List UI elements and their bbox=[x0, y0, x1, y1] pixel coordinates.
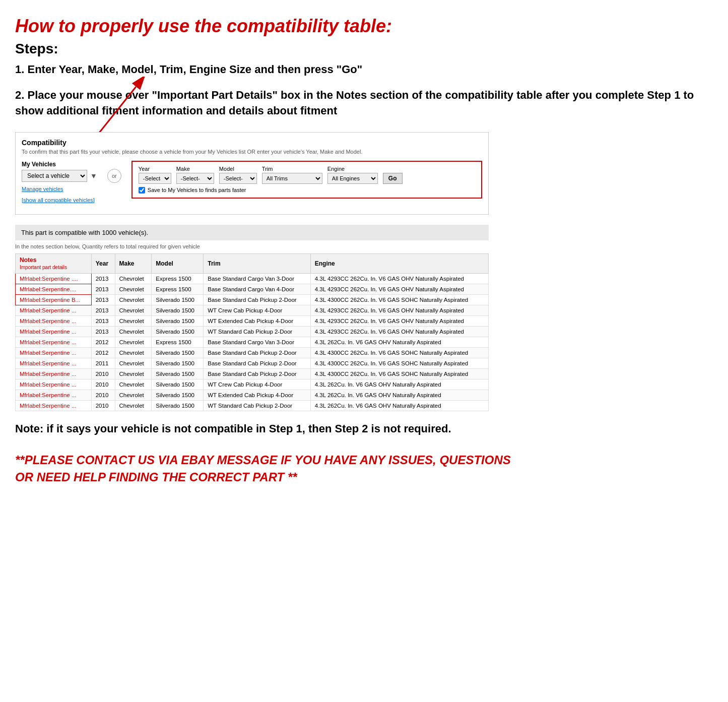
year-label: Year bbox=[139, 166, 171, 172]
year-select[interactable]: -Select- bbox=[139, 173, 171, 184]
trim-cell: Base Standard Cab Pickup 2-Door bbox=[204, 358, 311, 368]
go-button[interactable]: Go bbox=[383, 173, 403, 184]
compatible-count-bar: This part is compatible with 1000 vehicl… bbox=[15, 225, 489, 240]
model-cell: Express 1500 bbox=[152, 273, 204, 284]
year-cell: 2011 bbox=[91, 358, 115, 368]
model-cell: Silverado 1500 bbox=[152, 400, 204, 411]
table-row: Mfrlabel:Serpentine ...2010ChevroletSilv… bbox=[16, 368, 489, 379]
trim-select[interactable]: All Trims bbox=[262, 173, 322, 184]
model-cell: Silverado 1500 bbox=[152, 326, 204, 337]
engine-cell: 4.3L 262Cu. In. V6 GAS OHV Naturally Asp… bbox=[310, 400, 488, 411]
engine-cell: 4.3L 4293CC 262Cu. In. V6 GAS OHV Natura… bbox=[310, 315, 488, 326]
engine-select[interactable]: All Engines bbox=[327, 173, 378, 184]
engine-cell: 4.3L 4300CC 262Cu. In. V6 GAS SOHC Natur… bbox=[310, 347, 488, 358]
col-header-engine: Engine bbox=[310, 253, 488, 273]
notes-cell: Mfrlabel:Serpentine ... bbox=[16, 347, 92, 358]
my-vehicles-section: My Vehicles Select a vehicle ▼ Manage ve… bbox=[22, 161, 97, 203]
notes-cell: Mfrlabel:Serpentine ... bbox=[16, 315, 92, 326]
trim-cell: WT Extended Cab Pickup 4-Door bbox=[204, 390, 311, 400]
make-cell: Chevrolet bbox=[115, 368, 152, 379]
notes-cell: Mfrlabel:Serpentine ... bbox=[16, 390, 92, 400]
trim-cell: Base Standard Cargo Van 3-Door bbox=[204, 337, 311, 347]
show-compatible-link[interactable]: [show all compatible vehicles] bbox=[22, 197, 97, 203]
manage-vehicles-link[interactable]: Manage vehicles bbox=[22, 186, 97, 192]
engine-field: Engine All Engines bbox=[327, 166, 378, 184]
note-section-text: Note: if it says your vehicle is not com… bbox=[15, 421, 519, 437]
year-cell: 2013 bbox=[91, 315, 115, 326]
model-cell: Silverado 1500 bbox=[152, 294, 204, 305]
table-row: Mfrlabel:Serpentine ...2012ChevroletExpr… bbox=[16, 337, 489, 347]
year-cell: 2010 bbox=[91, 400, 115, 411]
dropdown-arrow-icon: ▼ bbox=[90, 172, 97, 180]
engine-cell: 4.3L 4293CC 262Cu. In. V6 GAS OHV Natura… bbox=[310, 326, 488, 337]
col-header-notes: Notes Important part details bbox=[16, 253, 92, 273]
col-header-trim: Trim bbox=[204, 253, 311, 273]
year-cell: 2013 bbox=[91, 294, 115, 305]
main-title: How to properly use the compatibility ta… bbox=[15, 15, 713, 37]
table-row: Mfrlabel:Serpentine ...2010ChevroletSilv… bbox=[16, 390, 489, 400]
model-label: Model bbox=[219, 166, 257, 172]
engine-label: Engine bbox=[327, 166, 378, 172]
table-row: Mfrlabel:Serpentine ...2012ChevroletSilv… bbox=[16, 347, 489, 358]
make-cell: Chevrolet bbox=[115, 347, 152, 358]
compatibility-box: Compatibility To confirm that this part … bbox=[15, 132, 489, 215]
year-cell: 2012 bbox=[91, 347, 115, 358]
make-cell: Chevrolet bbox=[115, 379, 152, 390]
year-cell: 2010 bbox=[91, 368, 115, 379]
make-cell: Chevrolet bbox=[115, 305, 152, 315]
table-row: Mfrlabel:Serpentine ...2013ChevroletSilv… bbox=[16, 326, 489, 337]
year-cell: 2010 bbox=[91, 390, 115, 400]
make-cell: Chevrolet bbox=[115, 337, 152, 347]
engine-cell: 4.3L 262Cu. In. V6 GAS OHV Naturally Asp… bbox=[310, 379, 488, 390]
engine-cell: 4.3L 4293CC 262Cu. In. V6 GAS OHV Natura… bbox=[310, 284, 488, 294]
table-row: Mfrlabel:Serpentine ...2011ChevroletSilv… bbox=[16, 358, 489, 368]
save-checkbox-row: Save to My Vehicles to finds parts faste… bbox=[139, 187, 475, 194]
engine-cell: 4.3L 4293CC 262Cu. In. V6 GAS OHV Natura… bbox=[310, 305, 488, 315]
make-cell: Chevrolet bbox=[115, 358, 152, 368]
compat-controls: My Vehicles Select a vehicle ▼ Manage ve… bbox=[22, 161, 482, 203]
year-field: Year -Select- bbox=[139, 166, 171, 184]
model-cell: Silverado 1500 bbox=[152, 358, 204, 368]
save-checkbox-label: Save to My Vehicles to finds parts faste… bbox=[148, 187, 246, 193]
vehicle-select-row: Select a vehicle ▼ bbox=[22, 170, 97, 182]
trim-cell: WT Standard Cab Pickup 2-Door bbox=[204, 400, 311, 411]
notes-subtitle: Important part details bbox=[20, 265, 67, 270]
steps-heading: Steps: bbox=[15, 41, 713, 57]
make-select[interactable]: -Select- bbox=[176, 173, 214, 184]
col-header-make: Make bbox=[115, 253, 152, 273]
engine-cell: 4.3L 262Cu. In. V6 GAS OHV Naturally Asp… bbox=[310, 390, 488, 400]
engine-cell: 4.3L 4300CC 262Cu. In. V6 GAS SOHC Natur… bbox=[310, 358, 488, 368]
notes-cell: Mfrlabel:Serpentine.... bbox=[16, 284, 92, 294]
notes-cell: Mfrlabel:Serpentine B... bbox=[16, 294, 92, 305]
trim-field: Trim All Trims bbox=[262, 166, 322, 184]
make-cell: Chevrolet bbox=[115, 390, 152, 400]
make-cell: Chevrolet bbox=[115, 284, 152, 294]
year-cell: 2012 bbox=[91, 337, 115, 347]
model-field: Model -Select- bbox=[219, 166, 257, 184]
model-cell: Silverado 1500 bbox=[152, 315, 204, 326]
model-cell: Express 1500 bbox=[152, 284, 204, 294]
save-vehicles-checkbox[interactable] bbox=[139, 187, 145, 194]
compat-title: Compatibility bbox=[22, 139, 482, 147]
notes-cell: Mfrlabel:Serpentine ... bbox=[16, 326, 92, 337]
year-cell: 2010 bbox=[91, 379, 115, 390]
engine-cell: 4.3L 262Cu. In. V6 GAS OHV Naturally Asp… bbox=[310, 337, 488, 347]
trim-cell: WT Crew Cab Pickup 4-Door bbox=[204, 379, 311, 390]
table-row: Mfrlabel:Serpentine ...2013ChevroletSilv… bbox=[16, 315, 489, 326]
make-cell: Chevrolet bbox=[115, 326, 152, 337]
table-row: Mfrlabel:Serpentine....2013ChevroletExpr… bbox=[16, 284, 489, 294]
model-cell: Silverado 1500 bbox=[152, 305, 204, 315]
contact-text: **PLEASE CONTACT US VIA EBAY MESSAGE IF … bbox=[15, 452, 519, 485]
engine-cell: 4.3L 4293CC 262Cu. In. V6 GAS OHV Natura… bbox=[310, 273, 488, 284]
trim-cell: WT Standard Cab Pickup 2-Door bbox=[204, 326, 311, 337]
my-vehicles-label: My Vehicles bbox=[22, 161, 97, 168]
trim-cell: Base Standard Cargo Van 4-Door bbox=[204, 284, 311, 294]
compatibility-section: Compatibility To confirm that this part … bbox=[15, 132, 489, 215]
model-select[interactable]: -Select- bbox=[219, 173, 257, 184]
vehicle-select-dropdown[interactable]: Select a vehicle bbox=[22, 170, 87, 182]
ymm-row: Year -Select- Make -Select- Model bbox=[139, 166, 475, 184]
model-cell: Silverado 1500 bbox=[152, 390, 204, 400]
trim-cell: WT Extended Cab Pickup 4-Door bbox=[204, 315, 311, 326]
year-cell: 2013 bbox=[91, 305, 115, 315]
year-make-engine-section: Year -Select- Make -Select- Model bbox=[131, 161, 482, 199]
